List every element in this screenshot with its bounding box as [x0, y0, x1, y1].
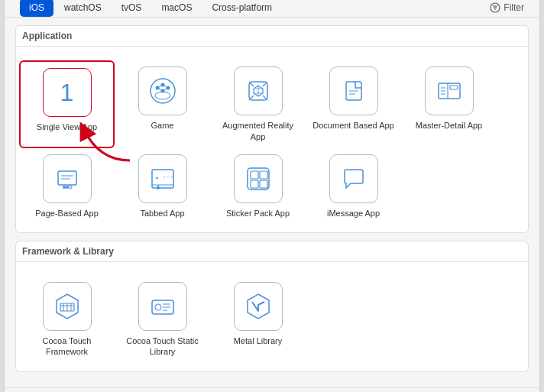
cocoa-touch-framework-label: Cocoa Touch Framework: [24, 335, 110, 358]
tab-macos[interactable]: macOS: [152, 0, 201, 17]
sticker-icon: [243, 164, 274, 194]
imessage-icon: [338, 164, 369, 194]
tab-watchos[interactable]: watchOS: [55, 0, 111, 17]
template-item-ar-app[interactable]: Augmented Reality App: [210, 60, 306, 148]
ctframework-icon: [50, 290, 84, 323]
ctframework-icon-box: [43, 282, 92, 331]
page-icon: [52, 164, 83, 194]
metal-icon: [241, 290, 275, 323]
application-section: Application 1 Single View App: [15, 25, 529, 233]
page-icon-box: [43, 154, 92, 203]
sticker-pack-app-label: Sticker Pack App: [226, 208, 290, 219]
imessage-icon-box: [329, 154, 378, 203]
template-item-single-view-app[interactable]: 1 Single View App: [19, 60, 115, 148]
template-item-document-app[interactable]: Document Based App: [306, 60, 401, 148]
sticker-icon-box: [234, 154, 283, 203]
single-view-app-label: Single View App: [37, 121, 97, 132]
svg-line-18: [263, 96, 267, 100]
filter-button[interactable]: Filter: [490, 2, 524, 13]
ctlib-icon: [146, 290, 180, 323]
svg-point-34: [66, 186, 69, 189]
application-section-label: Application: [16, 26, 528, 47]
document-app-label: Document Based App: [312, 120, 393, 131]
svg-point-56: [155, 304, 161, 310]
metal-library-label: Metal Library: [234, 335, 283, 346]
template-item-sticker-pack-app[interactable]: Sticker Pack App: [210, 148, 306, 225]
framework-items-grid: Cocoa Touch Framework Cocoa Touch Stati: [16, 268, 528, 371]
ar-app-label: Augmented Reality App: [215, 120, 301, 142]
metal-icon-box: [234, 282, 283, 331]
new-project-dialog: Choose a template for your new project: …: [5, 0, 539, 392]
ar-icon-box: [234, 66, 283, 115]
svg-rect-48: [260, 180, 267, 188]
template-item-game[interactable]: Game: [115, 60, 210, 148]
svg-rect-46: [260, 171, 267, 179]
template-item-cocoa-touch-framework[interactable]: Cocoa Touch Framework: [19, 276, 115, 364]
page-based-app-label: Page-Based App: [35, 208, 99, 219]
template-item-cocoa-touch-static-library[interactable]: Cocoa Touch Static Library: [115, 276, 210, 364]
tab-icon: ★ ···: [147, 164, 178, 194]
filter-icon: [490, 2, 500, 13]
svg-rect-47: [251, 180, 258, 188]
cocoa-touch-static-library-label: Cocoa Touch Static Library: [119, 335, 206, 358]
masterdetail-icon-box: [425, 66, 474, 115]
tab-crossplatform[interactable]: Cross-platform: [202, 0, 281, 17]
template-item-tabbed-app[interactable]: ★ ··· Tabbed App: [115, 148, 210, 225]
svg-point-35: [69, 186, 72, 189]
dialog-footer: Cancel Previous Next: [5, 387, 539, 392]
svg-rect-45: [251, 171, 258, 179]
ar-icon: [243, 76, 274, 106]
master-detail-app-label: Master-Detail App: [416, 120, 482, 131]
tab-bar: iOS watchOS tvOS macOS Cross-platform Fi…: [5, 0, 539, 18]
template-item-imessage-app[interactable]: iMessage App: [306, 148, 401, 225]
single-view-app-icon: 1: [60, 79, 74, 107]
tab-icon-box: ★ ···: [138, 154, 187, 203]
template-item-master-detail-app[interactable]: Master-Detail App: [401, 60, 497, 148]
game-label: Game: [151, 120, 174, 131]
framework-section-label: Framework & Library: [16, 241, 528, 262]
svg-rect-32: [58, 171, 76, 185]
ctlib-icon-box: [138, 282, 187, 331]
svg-line-16: [263, 82, 267, 86]
imessage-app-label: iMessage App: [327, 208, 380, 219]
tabbed-app-label: Tabbed App: [140, 208, 184, 219]
game-icon: [147, 76, 178, 106]
svg-point-33: [63, 186, 66, 189]
doc-icon: [338, 76, 369, 106]
template-item-metal-library[interactable]: Metal Library: [210, 276, 306, 364]
content-area: Application 1 Single View App: [5, 18, 539, 387]
svg-line-17: [249, 96, 254, 100]
masterdetail-icon: [434, 76, 465, 106]
application-items-grid: 1 Single View App: [16, 53, 528, 232]
filter-label: Filter: [504, 2, 524, 13]
tab-tvos[interactable]: tvOS: [112, 0, 151, 17]
svg-text:★ ···: ★ ···: [155, 174, 173, 181]
tab-ios[interactable]: iOS: [20, 0, 53, 17]
template-item-page-based-app[interactable]: Page-Based App: [19, 148, 115, 225]
svg-rect-31: [450, 86, 458, 89]
game-icon-box: [138, 66, 187, 115]
doc-icon-box: [329, 66, 378, 115]
svg-line-15: [249, 82, 254, 86]
framework-section: Framework & Library Cocoa: [15, 241, 529, 372]
single-view-app-icon-box: 1: [43, 68, 92, 117]
